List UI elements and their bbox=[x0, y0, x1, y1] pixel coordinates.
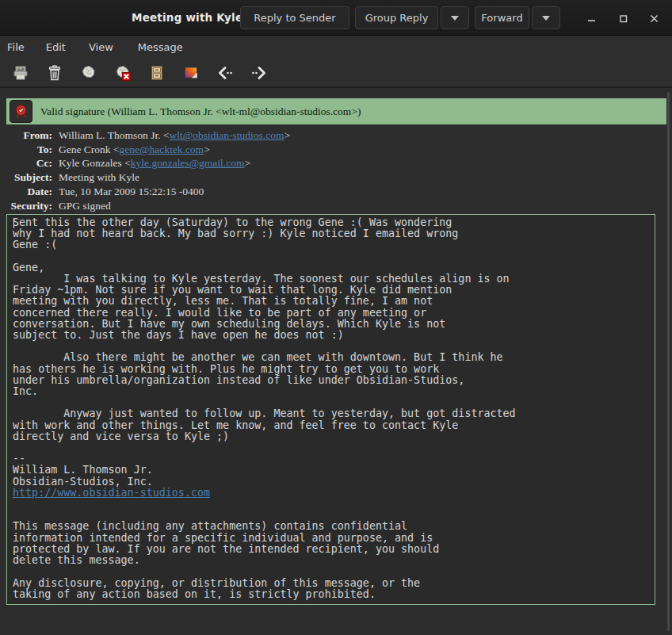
next-message-icon bbox=[250, 64, 269, 82]
header-value: Kyle Gonzales <kyle.gonzales@gmail.com> bbox=[59, 156, 250, 170]
body-text-before-link: Sent this the other day (Saturday) to th… bbox=[13, 216, 516, 488]
group-reply-dropdown-button[interactable] bbox=[441, 6, 469, 29]
message-body[interactable]: Sent this the other day (Saturday) to th… bbox=[6, 214, 655, 605]
not-junk-button[interactable] bbox=[113, 63, 133, 83]
signature-status-text: Valid signature (William L. Thomson Jr. … bbox=[40, 105, 361, 118]
trash-icon bbox=[46, 64, 63, 82]
header-row-subject: Subject: Meeting with Kyle bbox=[6, 170, 650, 185]
mail-message-window: Meeting with Kyle Reply to Sender Group … bbox=[0, 0, 672, 635]
body-website-link[interactable]: http://www.obsidian-studios.com bbox=[13, 487, 210, 499]
toolbar bbox=[0, 58, 672, 88]
trash-button[interactable] bbox=[44, 63, 65, 83]
maximize-icon bbox=[618, 13, 628, 24]
cc-email-link[interactable]: kyle.gonzales@gmail.com bbox=[131, 157, 245, 169]
header-row-security: Security: GPG signed bbox=[6, 199, 650, 213]
vertical-scrollbar[interactable] bbox=[667, 92, 670, 631]
message-body-text: Sent this the other day (Saturday) to th… bbox=[7, 215, 655, 600]
prev-message-icon bbox=[216, 64, 235, 82]
header-label: Cc: bbox=[6, 156, 52, 170]
maximize-button[interactable] bbox=[615, 12, 631, 25]
color-label-icon bbox=[182, 64, 200, 82]
archive-button[interactable] bbox=[147, 63, 167, 83]
close-button[interactable] bbox=[646, 12, 662, 25]
close-icon bbox=[649, 13, 659, 24]
print-button[interactable] bbox=[10, 63, 31, 83]
window-title: Meeting with Kyle bbox=[132, 0, 242, 36]
from-email-link[interactable]: wlt@obsidian-studios.com bbox=[170, 129, 284, 141]
not-junk-icon bbox=[114, 64, 132, 82]
header-value: Gene Cronk <gene@hacktek.com> bbox=[59, 143, 210, 157]
next-message-button[interactable] bbox=[249, 63, 269, 83]
to-email-link[interactable]: gene@hacktek.com bbox=[120, 143, 204, 155]
header-value: William L. Thomson Jr. <wlt@obsidian-stu… bbox=[59, 128, 290, 143]
header-row-from: From: William L. Thomson Jr. <wlt@obsidi… bbox=[6, 128, 650, 143]
forward-button[interactable]: Forward bbox=[475, 6, 529, 29]
menubar: File Edit View Message bbox=[0, 36, 672, 58]
header-row-cc: Cc: Kyle Gonzales <kyle.gonzales@gmail.c… bbox=[6, 156, 650, 170]
print-icon bbox=[12, 64, 29, 82]
junk-button[interactable] bbox=[78, 63, 99, 83]
minimize-button[interactable] bbox=[583, 12, 599, 25]
header-label: Subject: bbox=[6, 170, 52, 185]
dropdown-arrow-icon bbox=[542, 16, 550, 21]
menu-message[interactable]: Message bbox=[131, 36, 190, 58]
menu-edit[interactable]: Edit bbox=[39, 36, 73, 58]
menu-file[interactable]: File bbox=[0, 36, 32, 58]
group-reply-button[interactable]: Group Reply bbox=[355, 6, 438, 29]
signature-seal-icon bbox=[13, 104, 29, 119]
header-value: Tue, 10 Mar 2009 15:22:15 -0400 bbox=[59, 185, 204, 199]
signature-seal-iconbox bbox=[10, 100, 32, 123]
minimize-icon bbox=[586, 13, 597, 24]
header-label: Date: bbox=[6, 185, 52, 199]
menu-view[interactable]: View bbox=[82, 36, 120, 58]
header-value: GPG signed bbox=[59, 199, 111, 213]
header-label: From: bbox=[6, 128, 52, 143]
prev-message-button[interactable] bbox=[215, 63, 235, 83]
dropdown-arrow-icon bbox=[451, 16, 459, 21]
color-label-button[interactable] bbox=[181, 63, 201, 83]
header-label: Security: bbox=[6, 199, 52, 213]
titlebar: Meeting with Kyle Reply to Sender Group … bbox=[0, 0, 672, 36]
header-value: Meeting with Kyle bbox=[59, 170, 139, 185]
junk-icon bbox=[80, 64, 97, 82]
body-text-after-link: This message (including any attachments)… bbox=[13, 520, 439, 599]
header-row-to: To: Gene Cronk <gene@hacktek.com> bbox=[6, 143, 650, 157]
message-headers: From: William L. Thomson Jr. <wlt@obsidi… bbox=[6, 128, 650, 212]
header-row-date: Date: Tue, 10 Mar 2009 15:22:15 -0400 bbox=[6, 185, 650, 199]
text-caret bbox=[13, 218, 14, 228]
signature-banner: Valid signature (William L. Thomson Jr. … bbox=[6, 98, 666, 124]
forward-dropdown-button[interactable] bbox=[532, 6, 560, 29]
archive-icon bbox=[148, 64, 166, 82]
reply-to-sender-button[interactable]: Reply to Sender bbox=[240, 6, 349, 29]
header-label: To: bbox=[6, 143, 52, 157]
